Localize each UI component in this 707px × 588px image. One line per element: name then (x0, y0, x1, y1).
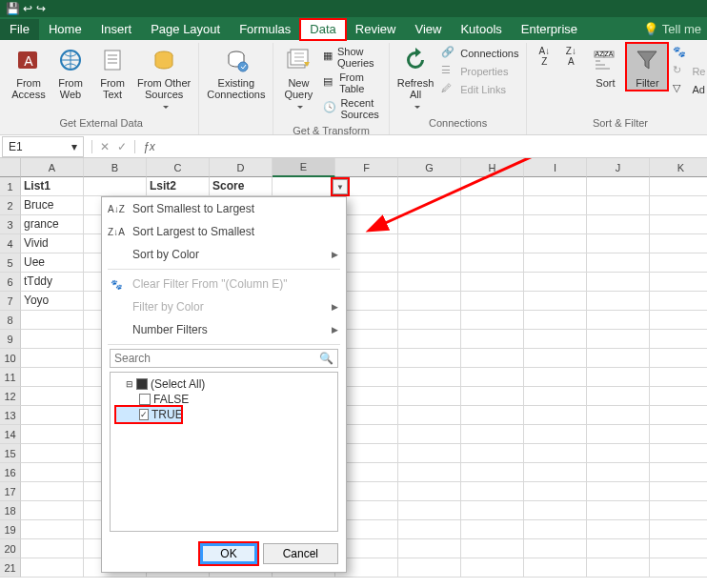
row-header[interactable]: 10 (0, 349, 21, 368)
cell[interactable] (587, 501, 650, 520)
cell[interactable] (461, 368, 524, 387)
cell[interactable] (587, 177, 650, 196)
cell[interactable] (461, 539, 524, 558)
tab-view[interactable]: View (405, 19, 451, 40)
cell[interactable]: tTddy (21, 273, 84, 292)
cell[interactable] (398, 253, 461, 273)
tab-insert[interactable]: Insert (91, 19, 142, 40)
cell[interactable] (21, 330, 84, 349)
filter-button[interactable]: Filter (626, 43, 668, 91)
from-other-button[interactable]: From Other Sources (133, 43, 194, 113)
cell[interactable] (587, 463, 650, 482)
row-header[interactable]: 9 (0, 330, 21, 349)
tell-me[interactable]: 💡 Tell me (634, 19, 707, 40)
cell[interactable] (524, 406, 587, 425)
cell[interactable] (398, 330, 461, 349)
cell[interactable] (650, 501, 707, 520)
cell[interactable] (587, 444, 650, 463)
row-header[interactable]: 4 (0, 234, 21, 253)
cell[interactable] (21, 482, 84, 501)
cell[interactable] (273, 177, 335, 196)
cell[interactable] (21, 463, 84, 482)
cell[interactable] (21, 539, 84, 558)
ok-button[interactable]: OK (200, 543, 256, 564)
cell[interactable] (524, 349, 587, 368)
cell[interactable] (587, 368, 650, 387)
save-icon[interactable]: 💾 ↩ ↪ (6, 2, 46, 15)
sort-az-button[interactable]: A↓Z (531, 43, 557, 71)
cell[interactable] (461, 425, 524, 444)
cell[interactable] (587, 482, 650, 501)
row-header[interactable]: 20 (0, 539, 21, 558)
tab-formulas[interactable]: Formulas (230, 19, 300, 40)
cell[interactable] (21, 349, 84, 368)
cell[interactable] (650, 330, 707, 349)
cell[interactable] (650, 234, 707, 253)
cell[interactable] (398, 311, 461, 330)
cell[interactable] (21, 387, 84, 406)
cell[interactable] (650, 177, 707, 196)
cell[interactable] (587, 349, 650, 368)
row-header[interactable]: 12 (0, 387, 21, 406)
select-all-checkbox[interactable] (136, 378, 148, 390)
row-header[interactable]: 17 (0, 482, 21, 501)
column-header-I[interactable]: I (524, 158, 587, 177)
sort-za-button[interactable]: Z↓A (557, 43, 584, 71)
column-header-B[interactable]: B (84, 158, 147, 177)
recent-sources-button[interactable]: 🕓Recent Sources (321, 96, 382, 121)
row-header[interactable]: 13 (0, 406, 21, 425)
cell[interactable] (650, 349, 707, 368)
row-header[interactable]: 5 (0, 253, 21, 273)
cell[interactable] (461, 273, 524, 292)
cell[interactable] (650, 368, 707, 387)
cell[interactable] (524, 311, 587, 330)
cell[interactable] (524, 215, 587, 234)
tab-page-layout[interactable]: Page Layout (141, 19, 230, 40)
value-false-item[interactable]: FALSE (116, 392, 332, 407)
existing-connections-button[interactable]: Existing Connections (203, 43, 269, 102)
cell[interactable] (524, 482, 587, 501)
column-header-C[interactable]: C (147, 158, 210, 177)
cell[interactable] (524, 463, 587, 482)
false-checkbox[interactable] (139, 394, 151, 405)
cell[interactable] (650, 482, 707, 501)
row-header[interactable]: 11 (0, 368, 21, 387)
column-header-H[interactable]: H (461, 158, 524, 177)
row-header[interactable]: 3 (0, 215, 21, 234)
cell[interactable] (524, 425, 587, 444)
cell[interactable] (21, 501, 84, 520)
cell[interactable] (461, 253, 524, 273)
column-header-A[interactable]: A (21, 158, 84, 177)
cell[interactable] (650, 444, 707, 463)
cell[interactable] (461, 406, 524, 425)
cell[interactable] (587, 215, 650, 234)
cell[interactable] (650, 292, 707, 311)
cell[interactable] (398, 444, 461, 463)
cell[interactable] (650, 311, 707, 330)
cell[interactable] (524, 444, 587, 463)
number-filters-item[interactable]: Number Filters▶ (102, 318, 346, 341)
cell[interactable]: List1 (21, 177, 84, 196)
cell[interactable] (524, 520, 587, 539)
cell[interactable] (461, 177, 524, 196)
cell[interactable]: Uee (21, 253, 84, 273)
cell[interactable] (461, 444, 524, 463)
new-query-button[interactable]: New Query (277, 43, 319, 113)
cell[interactable] (21, 368, 84, 387)
cell[interactable] (587, 406, 650, 425)
row-header[interactable]: 18 (0, 501, 21, 520)
true-checkbox[interactable] (139, 409, 149, 420)
row-header[interactable]: 7 (0, 292, 21, 311)
cell[interactable] (398, 539, 461, 558)
cell[interactable] (524, 368, 587, 387)
cell[interactable] (398, 558, 461, 578)
cell[interactable] (650, 406, 707, 425)
cell[interactable]: Score (210, 177, 273, 196)
row-header[interactable]: 15 (0, 444, 21, 463)
filter-search-input[interactable] (114, 352, 319, 365)
cell[interactable] (650, 253, 707, 273)
sort-button[interactable]: AZZA Sort (584, 43, 626, 91)
cancel-button[interactable]: Cancel (263, 543, 338, 564)
fx-icon[interactable]: ƒx (135, 140, 163, 153)
cell[interactable] (587, 558, 650, 578)
